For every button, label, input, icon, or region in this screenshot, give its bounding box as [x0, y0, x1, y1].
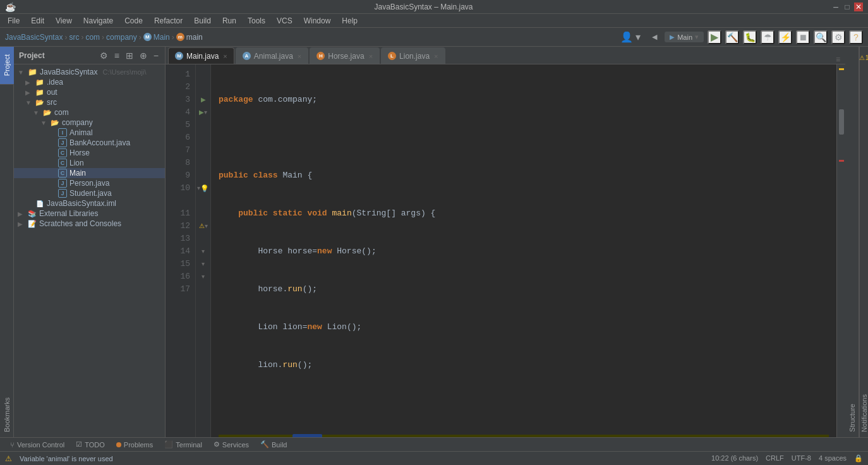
bottom-tab-problems[interactable]: Problems	[111, 440, 158, 450]
bottom-tab-vc-label: Version Control	[17, 441, 64, 449]
tab-lion-close[interactable]: ×	[434, 52, 438, 60]
tree-label-main: Main	[69, 169, 86, 178]
structure-label[interactable]: Structure	[848, 399, 856, 437]
tree-item-student[interactable]: J Student.java	[14, 188, 165, 198]
fold-15[interactable]: ▾	[202, 258, 205, 270]
problems-dot	[116, 442, 121, 447]
sidebar-gear-icon[interactable]: ⚙	[99, 49, 109, 62]
tree-item-ext-libs[interactable]: ▶ 📚 External Libraries	[14, 208, 165, 219]
tab-animal-icon: A	[243, 52, 251, 60]
help-button[interactable]: ?	[849, 30, 863, 44]
project-tab-icon[interactable]: Project	[0, 47, 14, 85]
fold-4[interactable]: ▾	[204, 106, 207, 119]
status-line-ending[interactable]: CRLF	[766, 454, 784, 462]
fold-16[interactable]: ▾	[202, 270, 205, 283]
warning-marker-top	[839, 68, 844, 70]
tree-item-person[interactable]: J Person.java	[14, 178, 165, 188]
status-position[interactable]: 10:22 (6 chars)	[711, 454, 758, 462]
maximize-button[interactable]: □	[843, 3, 852, 11]
bottom-tab-vc[interactable]: ⑂ Version Control	[5, 440, 69, 450]
menu-edit[interactable]: Edit	[26, 15, 49, 27]
menu-code[interactable]: Code	[119, 15, 148, 27]
settings-button[interactable]: ⚙	[831, 30, 845, 44]
sidebar-settings-icon[interactable]: ⊕	[138, 49, 148, 62]
java-file-icon: J	[58, 138, 67, 147]
tab-animal[interactable]: A Animal.java ×	[236, 47, 308, 64]
run-button[interactable]: ▶	[708, 30, 721, 44]
run-config-icon: ▶	[670, 33, 675, 40]
profile-button[interactable]: ⚡	[778, 30, 792, 44]
bottom-tab-build[interactable]: 🔨 Build	[255, 439, 292, 450]
tree-item-animal[interactable]: I Animal	[14, 128, 165, 138]
breadcrumb-main-method[interactable]: main	[186, 33, 203, 42]
tree-item-root[interactable]: ▼ 📁 JavaBasicSyntax C:\Users\moji\	[14, 67, 165, 77]
breadcrumb-com[interactable]: com	[85, 33, 100, 42]
back-button[interactable]: ◀	[648, 32, 661, 42]
fold-12[interactable]: ▾	[205, 220, 208, 232]
menu-tools[interactable]: Tools	[243, 15, 270, 27]
tab-main-close[interactable]: ×	[223, 52, 227, 60]
tree-item-out[interactable]: ▶ 📁 out	[14, 87, 165, 97]
tab-animal-close[interactable]: ×	[298, 52, 301, 60]
menu-navigate[interactable]: Navigate	[78, 15, 118, 27]
menu-help[interactable]: Help	[337, 15, 363, 27]
fold-14[interactable]: ▾	[202, 245, 205, 258]
sidebar-filter-icon[interactable]: ⊞	[124, 49, 135, 62]
run-config[interactable]: ▶ Main ▾	[665, 32, 704, 42]
status-encoding[interactable]: UTF-8	[792, 454, 811, 462]
tree-item-scratches[interactable]: ▶ 📝 Scratches and Consoles	[14, 219, 165, 229]
sidebar-collapse-icon[interactable]: −	[152, 49, 160, 62]
minimize-button[interactable]: −	[831, 3, 840, 11]
tab-horse-icon: H	[316, 52, 325, 60]
stop-button[interactable]: ⏹	[796, 30, 810, 44]
breadcrumb-src[interactable]: src	[69, 33, 79, 42]
code-line-1: package com.company;	[219, 94, 829, 106]
code-line-9	[219, 397, 829, 409]
tree-item-src[interactable]: ▼ 📂 src	[14, 97, 165, 107]
run-arrow-4[interactable]: ▶	[199, 106, 204, 119]
status-indent[interactable]: 4 spaces	[819, 454, 847, 462]
breadcrumb-project[interactable]: JavaBasicSyntax	[5, 33, 63, 42]
status-warning-text[interactable]: Variable 'animal' is never used	[20, 455, 113, 462]
tab-lion[interactable]: L Lion.java ×	[381, 47, 445, 64]
bookmarks-label[interactable]: Bookmarks	[3, 392, 11, 437]
menu-window[interactable]: Window	[299, 15, 336, 27]
tree-item-company[interactable]: ▼ 📂 company	[14, 118, 165, 128]
tree-item-iml[interactable]: 📄 JavaBasicSyntax.iml	[14, 198, 165, 208]
tree-label-out: out	[47, 88, 57, 97]
tree-item-lion[interactable]: C Lion	[14, 158, 165, 168]
breadcrumb-main[interactable]: Main	[154, 33, 170, 42]
tab-main[interactable]: M Main.java ×	[168, 47, 234, 64]
bottom-tab-services[interactable]: ⚙ Services	[208, 439, 254, 450]
bottom-tab-todo[interactable]: ☑ TODO	[71, 439, 110, 450]
tabs-overflow[interactable]: ≡	[833, 55, 843, 64]
tree-item-com[interactable]: ▼ 📂 com	[14, 107, 165, 118]
build-button[interactable]: 🔨	[725, 30, 739, 44]
breadcrumb-company[interactable]: company	[106, 33, 137, 42]
run-arrow-3[interactable]: ▶	[201, 94, 206, 106]
sidebar-sort-icon[interactable]: ≡	[113, 49, 121, 62]
coverage-button[interactable]: ☂	[761, 30, 775, 44]
search-button[interactable]: 🔍	[814, 30, 828, 44]
notifications-label[interactable]: Notifications	[860, 389, 868, 437]
tree-item-horse[interactable]: C Horse	[14, 148, 165, 158]
debug-button[interactable]: 🐛	[743, 30, 757, 44]
menu-file[interactable]: File	[3, 15, 25, 27]
tree-item-bankaccount[interactable]: J BankAccount.java	[14, 138, 165, 148]
tab-horse[interactable]: H Horse.java ×	[310, 47, 380, 64]
menu-run[interactable]: Run	[217, 15, 241, 27]
tree-item-main[interactable]: C Main	[14, 168, 165, 178]
menu-refactor[interactable]: Refactor	[149, 15, 188, 27]
bottom-tab-terminal[interactable]: ⬛ Terminal	[159, 439, 207, 450]
close-button[interactable]: ✕	[854, 3, 863, 11]
tab-horse-close[interactable]: ×	[369, 52, 373, 60]
user-button[interactable]: 👤 ▾	[617, 30, 644, 44]
menu-vcs[interactable]: VCS	[272, 15, 298, 27]
tree-item-idea[interactable]: ▶ 📁 .idea	[14, 77, 165, 87]
menu-build[interactable]: Build	[189, 15, 216, 27]
arrow-icon: ▶	[25, 79, 33, 86]
services-icon: ⚙	[214, 440, 220, 449]
code-content[interactable]: package com.company; public class Main {…	[211, 64, 836, 437]
scroll-indicator[interactable]	[839, 109, 844, 135]
menu-view[interactable]: View	[51, 15, 77, 27]
